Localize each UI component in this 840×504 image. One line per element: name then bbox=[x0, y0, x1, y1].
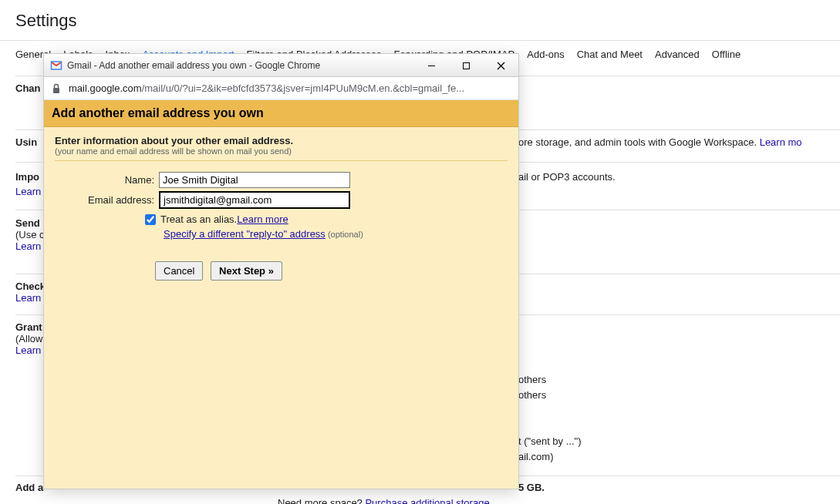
bg-section-grant: Grant (Allow Learn bbox=[15, 321, 42, 356]
cancel-button[interactable]: Cancel bbox=[155, 261, 203, 281]
optional-label: (optional) bbox=[326, 230, 363, 239]
tab-addons[interactable]: Add-ons bbox=[527, 49, 564, 60]
alias-learn-more-link[interactable]: Learn more bbox=[237, 213, 288, 225]
learn-link[interactable]: Learn bbox=[15, 240, 41, 252]
maximize-button[interactable] bbox=[449, 54, 484, 77]
popup-header: Add another email address you own bbox=[44, 100, 518, 127]
next-step-button[interactable]: Next Step » bbox=[211, 261, 282, 281]
url-path: /mail/u/0/?ui=2&ik=ebfcfd3573&jsver=jmI4… bbox=[142, 82, 464, 94]
name-label: Name: bbox=[55, 174, 159, 186]
minimize-button[interactable] bbox=[414, 54, 449, 77]
bg-section-check: Check Learn bbox=[15, 281, 46, 304]
email-input[interactable] bbox=[159, 191, 350, 209]
gmail-icon bbox=[50, 59, 62, 72]
learn-more-link[interactable]: Learn mo bbox=[760, 136, 802, 148]
bg-need-more: Need more space? Purchase additional sto… bbox=[278, 497, 490, 504]
purchase-storage-link[interactable]: Purchase additional storage bbox=[365, 497, 489, 504]
learn-link[interactable]: Learn bbox=[15, 344, 41, 356]
bg-import-text: ail or POP3 accounts. bbox=[518, 171, 616, 183]
intro-subtext: (your name and email address will be sho… bbox=[55, 146, 508, 156]
alias-checkbox[interactable] bbox=[145, 214, 156, 225]
tab-chat-meet[interactable]: Chat and Meet bbox=[577, 49, 643, 60]
bg-text: others bbox=[518, 374, 546, 385]
bg-text: t ("sent by ...") bbox=[518, 435, 581, 447]
svg-rect-2 bbox=[464, 62, 470, 69]
reply-to-link[interactable]: Specify a different "reply-to" address bbox=[164, 228, 326, 240]
popup-window: Gmail - Add another email address you ow… bbox=[44, 54, 518, 489]
tab-advanced[interactable]: Advanced bbox=[655, 49, 700, 60]
url-host: mail.google.com bbox=[69, 82, 142, 94]
popup-body: Add another email address you own Enter … bbox=[44, 100, 518, 489]
address-bar: mail.google.com/mail/u/0/?ui=2&ik=ebfcfd… bbox=[44, 77, 518, 100]
bg-section-send: Send (Use c Learn bbox=[15, 217, 45, 252]
email-label: Email address: bbox=[55, 194, 159, 206]
bg-text: others bbox=[518, 389, 546, 401]
bg-section-import: Impo Learn bbox=[15, 171, 41, 197]
window-title: Gmail - Add another email address you ow… bbox=[67, 60, 320, 71]
bg-section-add: Add a 5 GB. bbox=[15, 482, 43, 493]
window-titlebar: Gmail - Add another email address you ow… bbox=[44, 54, 518, 77]
learn-link[interactable]: Learn bbox=[15, 186, 41, 197]
separator bbox=[55, 160, 508, 161]
lock-icon bbox=[52, 83, 62, 94]
alias-label: Treat as an alias. bbox=[160, 213, 237, 225]
tab-offline[interactable]: Offline bbox=[712, 49, 740, 60]
bg-section-change: Chan bbox=[15, 82, 41, 94]
svg-rect-5 bbox=[53, 88, 59, 93]
bg-text: ail.com) bbox=[518, 451, 554, 462]
name-input[interactable] bbox=[159, 172, 350, 188]
intro-text: Enter information about your other email… bbox=[55, 135, 508, 146]
learn-link[interactable]: Learn bbox=[15, 292, 41, 304]
page-title: Settings bbox=[0, 0, 840, 40]
close-button[interactable] bbox=[484, 54, 518, 77]
